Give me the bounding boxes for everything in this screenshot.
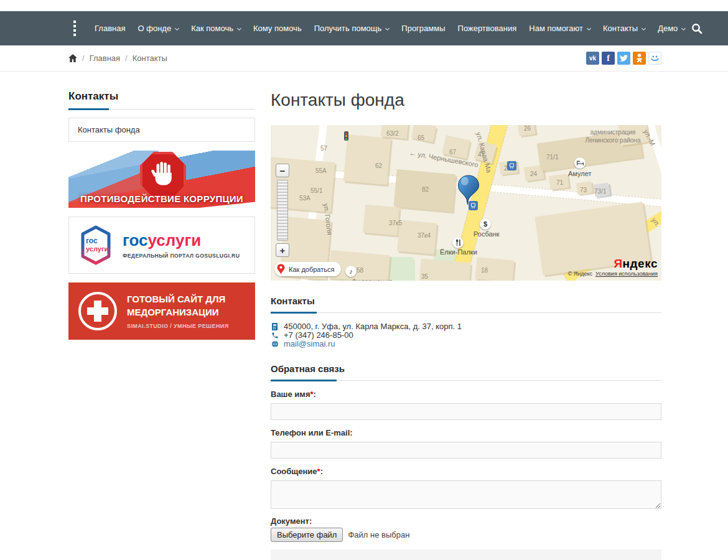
sidebar-title: Контакты	[68, 90, 255, 103]
map-admin-label: Ленинского района	[586, 137, 641, 144]
main-navigation-bar: Главная О фонде Как помочь Кому помочь П…	[0, 11, 728, 45]
document-label: Документ:	[271, 516, 661, 526]
vk-icon[interactable]: vk	[586, 52, 599, 65]
restaurant-poi-icon[interactable]	[452, 237, 464, 248]
gosuslugi-banner[interactable]: гос услуги госуслуги ФЕДЕРАЛЬНЫЙ ПОРТАЛ …	[68, 217, 255, 274]
main-nav: Главная О фонде Как помочь Кому помочь П…	[88, 11, 691, 45]
home-icon[interactable]	[68, 54, 77, 62]
choose-file-button[interactable]: Выберите файл	[271, 528, 343, 542]
map-label: 82	[422, 186, 429, 193]
nav-demo[interactable]: Демо	[651, 11, 691, 45]
map-poi-label: Ёлки-Палки	[440, 248, 477, 256]
sidebar-item-kontakty-fonda[interactable]: Контакты фонда	[68, 118, 255, 142]
map-pin-marker[interactable]	[457, 175, 480, 208]
map-poi-label: Росбанк	[474, 230, 500, 238]
file-status-text: Файл не выбран	[348, 530, 409, 539]
menu-toggle-dots-icon[interactable]	[73, 21, 76, 36]
facebook-icon[interactable]: f	[602, 52, 615, 65]
zoom-in-button[interactable]: +	[276, 243, 289, 257]
nav-komu-pomoch[interactable]: Кому помочь	[247, 11, 308, 45]
message-textarea[interactable]	[271, 480, 661, 509]
map-building	[343, 134, 391, 185]
map-label: 55A	[315, 167, 327, 174]
map-building	[397, 220, 437, 254]
hotel-poi-icon[interactable]	[574, 157, 586, 169]
gosuslugi-subtitle: ФЕДЕРАЛЬНЫЙ ПОРТАЛ GOSUSLUGI.RU	[123, 253, 240, 259]
route-button[interactable]: Как добраться	[274, 262, 341, 276]
philharmonic-poi-icon[interactable]: ♪	[345, 266, 357, 277]
building-icon	[271, 323, 279, 330]
zoom-slider[interactable]	[277, 180, 288, 241]
twitter-icon[interactable]	[617, 52, 630, 65]
breadcrumb-current: Контакты	[133, 54, 167, 63]
terms-of-use-link[interactable]: Условия использования	[595, 271, 658, 277]
nav-pozhertvovaniya[interactable]: Пожертвования	[452, 11, 523, 45]
chevron-down-icon	[587, 26, 591, 30]
map-label: 62	[375, 162, 382, 169]
captcha-panel: Введите код*: G Y M 6 F	[271, 549, 661, 560]
phone-email-label: Телефон или E-mail:	[271, 428, 661, 437]
map-label: 24	[530, 170, 537, 177]
gosuslugi-text: госуслуги ФЕДЕРАЛЬНЫЙ ПОРТАЛ GOSUSLUGI.R…	[123, 232, 240, 259]
anti-corruption-banner[interactable]: ПРОТИВОДЕЙСТВИЕ КОРРУПЦИИ	[68, 151, 255, 208]
breadcrumb-separator: /	[82, 54, 85, 63]
medical-cross-icon	[78, 292, 117, 330]
map-label: 71	[556, 179, 563, 186]
captcha-label: Введите код*:	[279, 558, 653, 560]
nav-poluchit-pomosch[interactable]: Получить помощь	[308, 11, 396, 45]
message-label: Сообщение*:	[271, 467, 661, 476]
map-label: 18	[481, 267, 488, 274]
my-world-smiley-icon[interactable]	[648, 52, 661, 65]
phone-icon	[271, 332, 279, 339]
nav-programmy[interactable]: Программы	[395, 11, 451, 45]
phone-email-input[interactable]	[271, 442, 661, 459]
zoom-out-button[interactable]: −	[276, 164, 289, 177]
sidebar: Контакты Контакты фонда ПРОТИВОДЕЙСТВИЕ …	[68, 90, 255, 560]
chevron-down-icon	[385, 26, 390, 30]
map-label: 67	[449, 149, 456, 156]
chevron-down-icon	[642, 26, 646, 30]
map-attribution: © Яндекс Условия использования	[568, 271, 658, 277]
nav-o-fonde[interactable]: О фонде	[131, 11, 185, 45]
banner-caption: ПРОТИВОДЕЙСТВИЕ КОРРУПЦИИ	[68, 194, 255, 204]
email-link[interactable]: mail@simai.ru	[284, 340, 335, 348]
search-icon[interactable]	[691, 23, 702, 34]
yandex-map[interactable]: 57 55A 53A 55/1 62 63/2 65 67 82 37к5 37…	[271, 125, 661, 281]
feedback-section-title: Обратная связь	[271, 363, 661, 374]
contacts-section-title: Контакты	[271, 296, 661, 306]
med-banner-subtitle: SIMAI.STUDIO / УМНЫЕ РЕШЕНИЯ	[127, 323, 229, 329]
map-label: 71/1	[546, 154, 558, 161]
divider	[271, 312, 661, 314]
breadcrumb-bar: / Главная / Контакты vk f	[0, 45, 728, 72]
medical-site-banner[interactable]: ГОТОВЫЙ САЙТ ДЛЯ МЕДОРГАНИЗАЦИИ SIMAI.ST…	[68, 282, 255, 340]
map-label: 63/2	[386, 130, 398, 137]
med-banner-line2: МЕДОРГАНИЗАЦИИ	[127, 307, 219, 317]
page-title: Контакты фонда	[271, 90, 661, 110]
map-label: 35	[421, 273, 428, 280]
map-label: 55/1	[310, 187, 322, 194]
breadcrumb-glavnaya[interactable]: Главная	[90, 54, 120, 63]
map-label: 37к5	[389, 220, 402, 226]
top-gap	[0, 0, 728, 11]
page-content: Контакты Контакты фонда ПРОТИВОДЕЙСТВИЕ …	[0, 72, 728, 560]
stop-hand-icon	[140, 152, 186, 198]
map-label: 65	[418, 134, 424, 141]
nav-nam-pomogayut[interactable]: Нам помогают	[523, 11, 597, 45]
bank-poi-icon[interactable]: $	[480, 218, 491, 230]
globe-icon	[271, 340, 279, 348]
divider	[68, 108, 255, 110]
map-poi-label: Амулет	[568, 170, 592, 177]
map-poi-label: Филармония	[352, 278, 392, 281]
yandex-logo: Яндекс	[614, 257, 658, 271]
red-pin-icon	[277, 264, 285, 274]
phone-text: +7 (347) 246-85-00	[284, 331, 353, 340]
transport-stop-icon[interactable]	[507, 161, 516, 170]
nav-kontakty[interactable]: Контакты	[597, 11, 651, 45]
divider	[271, 380, 661, 381]
odnoklassniki-icon[interactable]	[633, 52, 646, 65]
nav-kak-pomoch[interactable]: Как помочь	[185, 11, 247, 45]
chevron-down-icon	[681, 26, 686, 30]
name-input[interactable]	[271, 403, 661, 420]
nav-glavnaya[interactable]: Главная	[88, 11, 131, 45]
map-label: 57	[320, 145, 327, 152]
